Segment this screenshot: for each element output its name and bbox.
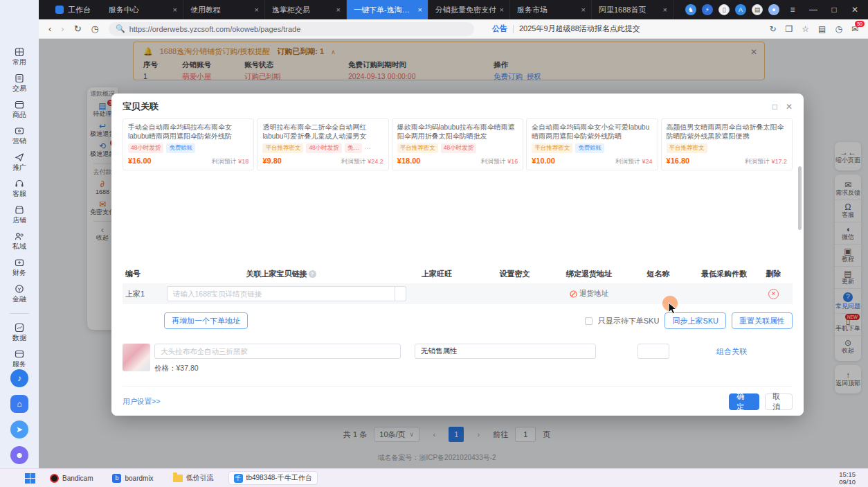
address-pin-icon (570, 290, 577, 298)
announcement[interactable]: 公告 2025年9月超级88活动报名点此提交 (492, 24, 640, 34)
taskbar-qianniu[interactable]: 千tb498348-千牛工作台 (228, 471, 318, 485)
app-sidebar: 常用 交易 商品 营销 推广 客服 店铺 私域 财务 金融 数据 服务 ♪ ⌂ … (0, 0, 39, 468)
forward-icon[interactable]: › (61, 24, 64, 34)
product-card[interactable]: 高颜值男女晴雨两用伞自动折叠太阳伞防晒防紫外线黑胶遮阳便携 平台推荐密文 ¥16… (661, 118, 793, 170)
tab-close-icon[interactable]: × (418, 6, 422, 14)
sidebar-item-customer-service[interactable]: 客服 (12, 179, 26, 199)
delete-row-icon[interactable]: ✕ (768, 289, 779, 299)
extension-icon[interactable]: A (735, 4, 746, 15)
product-card[interactable]: 手动全自动雨伞均码拉布布雨伞女labubu晴雨两用遮阳伞防紫外线防 48小时发货… (123, 118, 254, 170)
screen: 工作台 服务中心× 使用教程× 逸掌柜交易× 一键下单-逸淘软件× 分销批量免密… (0, 0, 868, 487)
cancel-button[interactable]: 取 消 (765, 393, 793, 410)
window-icon (15, 349, 24, 359)
send-app-icon[interactable]: ➤ (10, 420, 28, 439)
add-address-button[interactable]: 再增加一个下单地址 (164, 312, 248, 329)
window-close-button[interactable]: ✕ (847, 5, 862, 15)
extension-icon[interactable]: ⚡ (702, 4, 713, 15)
taskbar-folder[interactable]: 低价引流 (168, 472, 219, 484)
sidebar-item-trade[interactable]: 交易 (12, 73, 26, 94)
product-card[interactable]: 透明拉布布雨伞二折伞全自动网红labubu可爱折叠儿童成人动漫男女 平台推荐密文… (257, 118, 388, 170)
product-card[interactable]: 全自动雨伞均码雨伞女小众可爱labubu晴雨两用遮阳伞防紫外线防晒 平台推荐密文… (526, 118, 658, 170)
tab-1688-home[interactable]: 阿里1688首页× (592, 0, 673, 19)
confirm-button[interactable]: 确 定 (729, 393, 759, 410)
browser-url-bar: ‹ › ↻ ◷ 🔍 https://orderwebs.yzcsoft.com/… (39, 19, 868, 39)
tab-close-icon[interactable]: × (336, 6, 341, 14)
tab-service-market[interactable]: 服务市场× (510, 0, 592, 19)
taskbar-bandicam[interactable]: Bandicam (45, 472, 98, 484)
contact-app-icon[interactable]: ☻ (10, 446, 28, 464)
sidebar-item-private-domain[interactable]: 私域 (12, 231, 26, 251)
star-icon[interactable]: ☆ (802, 24, 809, 34)
tab-batch-pay[interactable]: 分销批量免密支付× (428, 0, 510, 19)
tab-close-icon[interactable]: × (581, 6, 586, 14)
wallet-icon (15, 258, 24, 267)
sku-attr-input[interactable] (415, 344, 596, 359)
tab-close-icon[interactable]: × (255, 6, 259, 14)
sidebar-item-marketing[interactable]: 营销 (12, 126, 26, 146)
combo-association-link[interactable]: 组合关联 (716, 346, 747, 357)
extension-icon[interactable]: ♞ (685, 4, 696, 15)
sku-min-qty-input[interactable] (638, 344, 669, 359)
mail-icon[interactable]: ✉50 (851, 24, 858, 34)
sidebar-item-banking[interactable]: 金融 (12, 284, 26, 304)
sidebar-nav: 常用 交易 商品 营销 推广 客服 店铺 私域 财务 金融 数据 服务 (10, 47, 29, 369)
url-text: https://orderwebs.yzcsoft.com/okoweb/pag… (129, 25, 301, 33)
tab-service-center[interactable]: 服务中心× (102, 0, 183, 19)
search-icon: 🔍 (116, 24, 125, 33)
notes-icon[interactable]: ▤ (752, 4, 763, 15)
reset-association-button[interactable]: 重置关联属性 (732, 312, 793, 329)
users-icon (15, 231, 24, 241)
sidebar-item-finance[interactable]: 财务 (12, 258, 26, 278)
coupon-icon (15, 126, 24, 136)
boardmix-icon: b (112, 474, 121, 483)
sync-icon[interactable]: ↻ (770, 24, 777, 34)
modal-close-icon[interactable]: ✕ (786, 102, 793, 112)
more-tags-icon: ⋯ (365, 145, 371, 152)
tab-workbench[interactable]: 工作台 (55, 5, 91, 15)
refresh-icon[interactable]: ↻ (74, 24, 82, 34)
page-icon[interactable]: ▤ (818, 24, 826, 34)
tab-close-icon[interactable]: × (663, 6, 667, 14)
user-settings-link[interactable]: 用户设置>> (123, 397, 160, 407)
sidebar-item-data[interactable]: 数据 (12, 323, 26, 343)
modal-maximize-icon[interactable]: □ (772, 102, 777, 112)
back-icon[interactable]: ‹ (48, 24, 51, 34)
menu-icon[interactable]: ≡ (785, 5, 800, 15)
tab-tutorial[interactable]: 使用教程× (183, 0, 265, 19)
tab-close-icon[interactable]: × (173, 6, 177, 14)
phone-icon[interactable]: ▯ (718, 4, 730, 15)
window-minimize-button[interactable]: — (806, 5, 821, 15)
windows-start-button[interactable] (25, 473, 35, 484)
product-thumbnail (123, 344, 150, 371)
avatar[interactable]: ● (768, 4, 779, 15)
sidebar-item-common[interactable]: 常用 (12, 47, 26, 67)
sku-name-input[interactable] (154, 344, 401, 359)
return-address[interactable]: 退货地址 (551, 289, 627, 299)
taskbar-boardmix[interactable]: bboardmix (107, 472, 158, 484)
modal-scrollbar[interactable] (798, 166, 802, 230)
workbench-icon (55, 6, 64, 14)
show-pending-sku-checkbox[interactable] (585, 317, 593, 325)
product-card[interactable]: 爆款雨伞均码labubu拉布布雨伞晴雨遮阳伞两用折叠太阳伞防晒批发 平台推荐密文… (392, 118, 523, 170)
supplier-link-input[interactable] (167, 286, 395, 301)
clock-icon[interactable]: ◷ (835, 24, 842, 34)
url-bar-actions: ↻ ❐ ☆ ▤ ◷ ✉50 (770, 24, 868, 34)
taskbar-clock[interactable]: 15:15 09/10 (839, 470, 856, 486)
link-addon-button[interactable] (395, 286, 406, 301)
sidebar-item-promotion[interactable]: 推广 (12, 152, 26, 172)
info-icon[interactable]: ? (309, 270, 316, 278)
tab-close-icon[interactable]: × (500, 6, 504, 14)
window-maximize-button[interactable]: □ (826, 5, 842, 15)
tab-one-key-order-active[interactable]: 一键下单-逸淘软件× (347, 0, 428, 19)
show-pending-sku-label[interactable]: 只显示待下单SKU (598, 316, 660, 326)
history-icon[interactable]: ◷ (91, 24, 99, 34)
sidebar-item-shop[interactable]: 店铺 (12, 205, 26, 225)
paper-plane-icon (15, 152, 24, 162)
address-bar[interactable]: 🔍 https://orderwebs.yzcsoft.com/okoweb/p… (109, 22, 474, 36)
yitao-app-icon[interactable]: ♪ (10, 369, 28, 387)
tab-yizhanggui-trade[interactable]: 逸掌柜交易× (265, 0, 347, 19)
sidebar-item-service[interactable]: 服务 (12, 349, 26, 369)
sidebar-item-goods[interactable]: 商品 (12, 100, 26, 120)
bag-app-icon[interactable]: ⌂ (10, 395, 28, 413)
copy-icon[interactable]: ❐ (786, 24, 793, 34)
